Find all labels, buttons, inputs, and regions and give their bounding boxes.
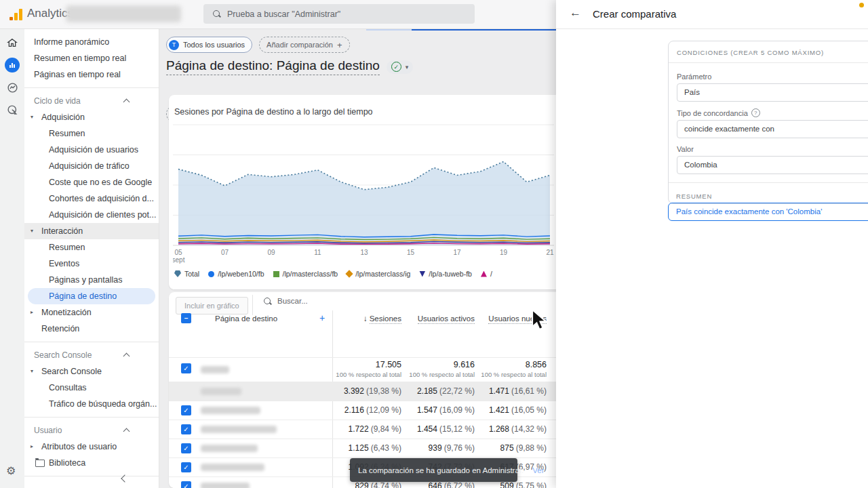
mouse-cursor xyxy=(531,308,551,331)
blurred-dimension-value xyxy=(201,407,260,414)
sidebar-item-label: Páginas y pantallas xyxy=(49,275,122,285)
sidebar-item-página-de-destino[interactable]: Página de destino xyxy=(28,288,155,304)
sidebar-divider xyxy=(24,87,159,88)
sidebar-item-label: Adquisición de usuarios xyxy=(49,145,138,155)
sidebar-item-eventos[interactable]: Eventos xyxy=(24,256,159,272)
sidebar-item-resumen[interactable]: Resumen xyxy=(24,125,159,142)
sidebar-item-coste-que-no-es-de-google[interactable]: Coste que no es de Google xyxy=(24,174,159,190)
svg-text:21: 21 xyxy=(546,249,554,256)
sidebar-item-label: Ciclo de vida xyxy=(34,96,81,106)
sidebar-item-search-console: Search Console xyxy=(24,347,159,363)
chevron-collapsed-icon[interactable]: ▸ xyxy=(31,304,33,321)
chevron-up-icon[interactable] xyxy=(123,353,130,360)
legend-item[interactable]: /lp/weben10/fb xyxy=(208,270,264,278)
sidebar-item-resumen-en-tiempo-real[interactable]: Resumen en tiempo real xyxy=(24,50,159,66)
row-checkbox[interactable]: ✓ xyxy=(181,481,191,488)
sidebar-item-biblioteca[interactable]: Biblioteca xyxy=(24,455,159,471)
field-input-par-metro[interactable]: País xyxy=(677,83,868,102)
column-header-active-users[interactable]: Usuarios activos xyxy=(418,314,475,323)
sidebar-item-monetización[interactable]: ▸Monetización xyxy=(24,304,159,321)
legend-item[interactable]: / xyxy=(481,270,492,278)
cell-active: 1.547(16,09 %) xyxy=(417,405,475,415)
sidebar-item-adquisición[interactable]: ▾Adquisición xyxy=(24,109,159,125)
sidebar-item-label: Interacción xyxy=(41,226,83,236)
field-input-valor[interactable]: Colombia xyxy=(677,156,868,174)
table-row[interactable]: ✓1.125(6,43 %)939(9,76 %)875(9,88 %) xyxy=(169,439,556,458)
row-checkbox[interactable]: ✓ xyxy=(181,443,191,453)
sidebar-item-adquisición-de-clientes-pot[interactable]: Adquisición de clientes pot... xyxy=(24,207,159,223)
comparison-chip-label: Todos los usuarios xyxy=(183,41,245,49)
chevron-up-icon[interactable] xyxy=(123,428,130,435)
row-checkbox[interactable]: ✓ xyxy=(181,462,191,472)
comparison-chip-all-users[interactable]: T Todos los usuarios xyxy=(166,37,252,53)
chevron-expanded-icon[interactable]: ▾ xyxy=(31,109,33,125)
row-checkbox[interactable]: ✓ xyxy=(181,424,191,434)
advertising-icon[interactable] xyxy=(5,102,20,117)
sidebar-divider xyxy=(24,417,159,418)
sidebar-item-páginas-en-tiempo-real[interactable]: Páginas en tiempo real xyxy=(24,66,159,83)
sidebar-item-label: Resumen en tiempo real xyxy=(34,54,126,63)
cell-active: 1.454(15,12 %) xyxy=(417,424,475,434)
sidebar-item-consultas[interactable]: Consultas xyxy=(24,380,159,396)
dimension-column-header[interactable]: Página de destino xyxy=(215,314,277,323)
select-all-checkbox[interactable]: – xyxy=(181,313,191,323)
sidebar-item-resumen[interactable]: Resumen xyxy=(24,239,159,256)
totals-checkbox[interactable]: ✓ xyxy=(181,363,191,373)
sidebar-item-cohortes-de-adquisición-d[interactable]: Cohortes de adquisición d... xyxy=(24,190,159,207)
pentagon-marker-icon xyxy=(174,270,181,277)
legend-item[interactable]: /lp/masterclass/fb xyxy=(273,270,338,278)
legend-item[interactable]: Total xyxy=(174,270,199,278)
svg-text:17: 17 xyxy=(453,249,461,256)
sidebar-item-label: Página de destino xyxy=(49,291,117,301)
global-search-input[interactable]: Prueba a buscar "Administrar" xyxy=(203,4,475,24)
table-row[interactable]: ✓3.392(19,38 %)2.185(22,72 %)1.471(16,61… xyxy=(169,382,556,401)
field-label: Tipo de concordancia? xyxy=(677,108,868,117)
add-comparison-chip[interactable]: Añadir comparación + xyxy=(259,37,349,53)
sidebar-item-search-console[interactable]: ▾Search Console xyxy=(24,363,159,380)
report-saved-badge[interactable]: ✓ ▾ xyxy=(387,60,414,74)
table-search-input[interactable]: Buscar... xyxy=(264,297,308,305)
conditions-header: CONDICIONES (CREAR 5 COMO MÁXIMO) xyxy=(669,41,868,63)
table-row[interactable]: ✓1.722(9,84 %)1.454(15,12 %)1.268(14,32 … xyxy=(169,420,556,439)
sidebar-item-páginas-y-pantallas[interactable]: Páginas y pantallas xyxy=(24,272,159,288)
chevron-collapsed-icon[interactable]: ▸ xyxy=(31,439,33,455)
sidebar-item-adquisición-de-usuarios[interactable]: Adquisición de usuarios xyxy=(24,142,159,158)
svg-text:07: 07 xyxy=(221,249,229,256)
totals-sessions: 17.505100 % respecto al total xyxy=(336,360,401,378)
legend-item[interactable]: /lp/masterclass/ig xyxy=(347,270,410,278)
plus-icon: + xyxy=(337,40,342,50)
cell-sessions: 829(4,74 %) xyxy=(355,481,401,488)
settings-gear-icon[interactable]: ⚙ xyxy=(6,464,16,477)
sidebar-item-atributos-de-usuario[interactable]: ▸Atributos de usuario xyxy=(24,439,159,455)
reports-icon[interactable] xyxy=(5,58,20,73)
sessions-area-chart[interactable]: 05sept0709111315171921 xyxy=(173,118,554,266)
explore-icon[interactable] xyxy=(5,80,20,95)
sidebar-item-informe-panorámico[interactable]: Informe panorámico xyxy=(24,34,159,50)
page-title[interactable]: Página de destino: Página de destino xyxy=(166,58,380,75)
triangle-down-marker-icon xyxy=(419,271,425,277)
sidebar-item-interacción[interactable]: ▾Interacción xyxy=(24,223,159,239)
home-icon[interactable] xyxy=(5,35,20,50)
sidebar-item-adquisición-de-tráfico[interactable]: Adquisición de tráfico xyxy=(24,158,159,174)
field-input-tipo-de-concordancia[interactable]: coincide exactamente con xyxy=(677,120,868,138)
help-icon[interactable]: ? xyxy=(751,108,760,117)
field-label-text: Tipo de concordancia xyxy=(677,109,748,117)
sidebar-item-label: Adquisición xyxy=(41,113,85,122)
cell-sessions: 2.116(12,09 %) xyxy=(344,405,401,415)
property-selector-blurred[interactable] xyxy=(66,5,181,22)
conditions-card: CONDICIONES (CREAR 5 COMO MÁXIMO) Paráme… xyxy=(668,41,868,204)
legend-item[interactable]: /lp/a-tuweb-fb xyxy=(419,270,472,278)
column-header-sessions[interactable]: ↓Sesiones xyxy=(363,314,401,323)
column-label: Usuarios activos xyxy=(418,314,475,324)
back-arrow-icon[interactable]: ← xyxy=(570,6,581,20)
table-row[interactable]: ✓2.116(12,09 %)1.547(16,09 %)1.421(16,05… xyxy=(169,401,556,420)
sidebar-item-tráfico-de-búsqueda-orgán[interactable]: Tráfico de búsqueda orgán... xyxy=(24,396,159,412)
svg-text:11: 11 xyxy=(314,249,321,256)
chevron-up-icon[interactable] xyxy=(123,99,130,106)
row-checkbox[interactable]: ✓ xyxy=(181,405,191,415)
chevron-expanded-icon[interactable]: ▾ xyxy=(31,223,33,239)
toast-view-link[interactable]: Ver xyxy=(532,466,544,474)
sidebar-item-retención[interactable]: Retención xyxy=(24,321,159,337)
add-column-icon[interactable]: + xyxy=(319,312,325,323)
chevron-expanded-icon[interactable]: ▾ xyxy=(31,363,33,380)
